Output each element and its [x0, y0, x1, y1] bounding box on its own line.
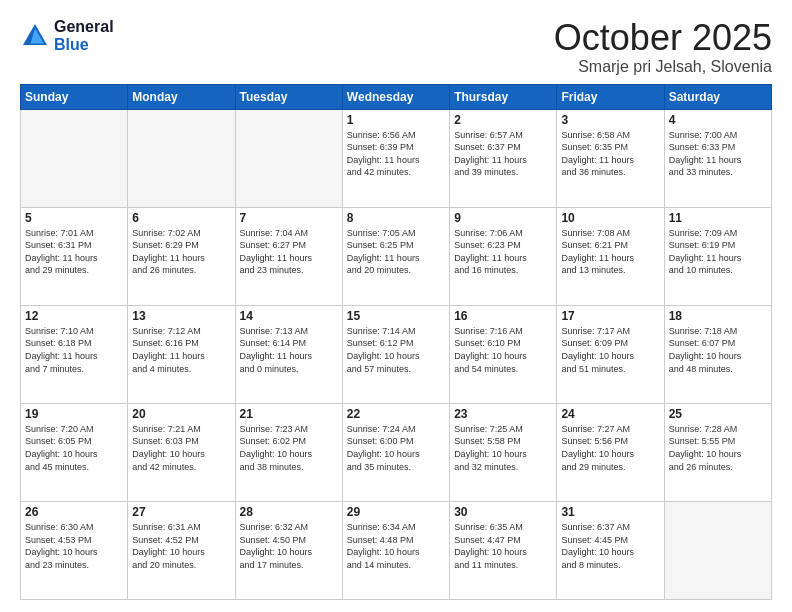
calendar-cell: 11Sunrise: 7:09 AM Sunset: 6:19 PM Dayli…	[664, 207, 771, 305]
calendar-cell: 25Sunrise: 7:28 AM Sunset: 5:55 PM Dayli…	[664, 403, 771, 501]
header-sunday: Sunday	[21, 84, 128, 109]
day-info: Sunrise: 6:34 AM Sunset: 4:48 PM Dayligh…	[347, 521, 445, 571]
calendar-week-4: 19Sunrise: 7:20 AM Sunset: 6:05 PM Dayli…	[21, 403, 772, 501]
location-title: Smarje pri Jelsah, Slovenia	[554, 58, 772, 76]
calendar-cell: 19Sunrise: 7:20 AM Sunset: 6:05 PM Dayli…	[21, 403, 128, 501]
day-number: 9	[454, 211, 552, 225]
title-section: October 2025 Smarje pri Jelsah, Slovenia	[554, 18, 772, 76]
day-number: 23	[454, 407, 552, 421]
calendar-week-1: 1Sunrise: 6:56 AM Sunset: 6:39 PM Daylig…	[21, 109, 772, 207]
day-info: Sunrise: 6:58 AM Sunset: 6:35 PM Dayligh…	[561, 129, 659, 179]
calendar-cell: 20Sunrise: 7:21 AM Sunset: 6:03 PM Dayli…	[128, 403, 235, 501]
calendar-cell: 17Sunrise: 7:17 AM Sunset: 6:09 PM Dayli…	[557, 305, 664, 403]
day-number: 15	[347, 309, 445, 323]
calendar-cell: 6Sunrise: 7:02 AM Sunset: 6:29 PM Daylig…	[128, 207, 235, 305]
day-info: Sunrise: 6:31 AM Sunset: 4:52 PM Dayligh…	[132, 521, 230, 571]
day-number: 30	[454, 505, 552, 519]
logo-text: General Blue	[54, 18, 114, 54]
day-number: 22	[347, 407, 445, 421]
day-number: 11	[669, 211, 767, 225]
calendar-cell: 27Sunrise: 6:31 AM Sunset: 4:52 PM Dayli…	[128, 501, 235, 599]
day-number: 13	[132, 309, 230, 323]
day-info: Sunrise: 6:32 AM Sunset: 4:50 PM Dayligh…	[240, 521, 338, 571]
day-info: Sunrise: 6:37 AM Sunset: 4:45 PM Dayligh…	[561, 521, 659, 571]
calendar-cell: 1Sunrise: 6:56 AM Sunset: 6:39 PM Daylig…	[342, 109, 449, 207]
logo-icon	[20, 21, 50, 51]
day-info: Sunrise: 7:16 AM Sunset: 6:10 PM Dayligh…	[454, 325, 552, 375]
day-info: Sunrise: 6:35 AM Sunset: 4:47 PM Dayligh…	[454, 521, 552, 571]
day-number: 8	[347, 211, 445, 225]
day-number: 27	[132, 505, 230, 519]
calendar-cell: 29Sunrise: 6:34 AM Sunset: 4:48 PM Dayli…	[342, 501, 449, 599]
calendar-week-5: 26Sunrise: 6:30 AM Sunset: 4:53 PM Dayli…	[21, 501, 772, 599]
day-info: Sunrise: 7:25 AM Sunset: 5:58 PM Dayligh…	[454, 423, 552, 473]
day-number: 12	[25, 309, 123, 323]
day-number: 28	[240, 505, 338, 519]
day-number: 2	[454, 113, 552, 127]
logo: General Blue	[20, 18, 114, 54]
calendar-cell: 16Sunrise: 7:16 AM Sunset: 6:10 PM Dayli…	[450, 305, 557, 403]
day-info: Sunrise: 6:56 AM Sunset: 6:39 PM Dayligh…	[347, 129, 445, 179]
day-info: Sunrise: 7:18 AM Sunset: 6:07 PM Dayligh…	[669, 325, 767, 375]
page: General Blue October 2025 Smarje pri Jel…	[0, 0, 792, 612]
calendar-cell	[128, 109, 235, 207]
day-number: 5	[25, 211, 123, 225]
day-info: Sunrise: 7:17 AM Sunset: 6:09 PM Dayligh…	[561, 325, 659, 375]
calendar-cell: 4Sunrise: 7:00 AM Sunset: 6:33 PM Daylig…	[664, 109, 771, 207]
day-number: 14	[240, 309, 338, 323]
day-number: 31	[561, 505, 659, 519]
calendar-cell: 21Sunrise: 7:23 AM Sunset: 6:02 PM Dayli…	[235, 403, 342, 501]
day-info: Sunrise: 7:23 AM Sunset: 6:02 PM Dayligh…	[240, 423, 338, 473]
month-title: October 2025	[554, 18, 772, 58]
calendar-cell	[21, 109, 128, 207]
day-info: Sunrise: 7:13 AM Sunset: 6:14 PM Dayligh…	[240, 325, 338, 375]
calendar-cell: 10Sunrise: 7:08 AM Sunset: 6:21 PM Dayli…	[557, 207, 664, 305]
weekday-header-row: Sunday Monday Tuesday Wednesday Thursday…	[21, 84, 772, 109]
day-number: 18	[669, 309, 767, 323]
day-info: Sunrise: 7:27 AM Sunset: 5:56 PM Dayligh…	[561, 423, 659, 473]
day-info: Sunrise: 7:09 AM Sunset: 6:19 PM Dayligh…	[669, 227, 767, 277]
calendar: Sunday Monday Tuesday Wednesday Thursday…	[20, 84, 772, 600]
day-info: Sunrise: 7:05 AM Sunset: 6:25 PM Dayligh…	[347, 227, 445, 277]
calendar-cell	[664, 501, 771, 599]
calendar-cell: 22Sunrise: 7:24 AM Sunset: 6:00 PM Dayli…	[342, 403, 449, 501]
calendar-cell: 14Sunrise: 7:13 AM Sunset: 6:14 PM Dayli…	[235, 305, 342, 403]
day-info: Sunrise: 7:01 AM Sunset: 6:31 PM Dayligh…	[25, 227, 123, 277]
day-number: 3	[561, 113, 659, 127]
header-tuesday: Tuesday	[235, 84, 342, 109]
header-saturday: Saturday	[664, 84, 771, 109]
day-number: 17	[561, 309, 659, 323]
calendar-cell: 12Sunrise: 7:10 AM Sunset: 6:18 PM Dayli…	[21, 305, 128, 403]
calendar-cell: 2Sunrise: 6:57 AM Sunset: 6:37 PM Daylig…	[450, 109, 557, 207]
day-number: 26	[25, 505, 123, 519]
calendar-cell: 13Sunrise: 7:12 AM Sunset: 6:16 PM Dayli…	[128, 305, 235, 403]
calendar-cell: 8Sunrise: 7:05 AM Sunset: 6:25 PM Daylig…	[342, 207, 449, 305]
day-number: 20	[132, 407, 230, 421]
day-info: Sunrise: 7:20 AM Sunset: 6:05 PM Dayligh…	[25, 423, 123, 473]
day-number: 25	[669, 407, 767, 421]
day-number: 1	[347, 113, 445, 127]
calendar-cell: 24Sunrise: 7:27 AM Sunset: 5:56 PM Dayli…	[557, 403, 664, 501]
calendar-cell: 15Sunrise: 7:14 AM Sunset: 6:12 PM Dayli…	[342, 305, 449, 403]
calendar-week-3: 12Sunrise: 7:10 AM Sunset: 6:18 PM Dayli…	[21, 305, 772, 403]
day-info: Sunrise: 7:24 AM Sunset: 6:00 PM Dayligh…	[347, 423, 445, 473]
day-number: 29	[347, 505, 445, 519]
calendar-cell: 31Sunrise: 6:37 AM Sunset: 4:45 PM Dayli…	[557, 501, 664, 599]
day-info: Sunrise: 7:21 AM Sunset: 6:03 PM Dayligh…	[132, 423, 230, 473]
day-number: 10	[561, 211, 659, 225]
day-number: 16	[454, 309, 552, 323]
day-info: Sunrise: 7:02 AM Sunset: 6:29 PM Dayligh…	[132, 227, 230, 277]
calendar-cell: 5Sunrise: 7:01 AM Sunset: 6:31 PM Daylig…	[21, 207, 128, 305]
day-number: 21	[240, 407, 338, 421]
day-info: Sunrise: 7:06 AM Sunset: 6:23 PM Dayligh…	[454, 227, 552, 277]
header-wednesday: Wednesday	[342, 84, 449, 109]
calendar-cell: 28Sunrise: 6:32 AM Sunset: 4:50 PM Dayli…	[235, 501, 342, 599]
day-info: Sunrise: 7:28 AM Sunset: 5:55 PM Dayligh…	[669, 423, 767, 473]
day-number: 6	[132, 211, 230, 225]
day-info: Sunrise: 7:08 AM Sunset: 6:21 PM Dayligh…	[561, 227, 659, 277]
day-info: Sunrise: 7:12 AM Sunset: 6:16 PM Dayligh…	[132, 325, 230, 375]
day-number: 19	[25, 407, 123, 421]
header-thursday: Thursday	[450, 84, 557, 109]
day-info: Sunrise: 7:10 AM Sunset: 6:18 PM Dayligh…	[25, 325, 123, 375]
header-friday: Friday	[557, 84, 664, 109]
